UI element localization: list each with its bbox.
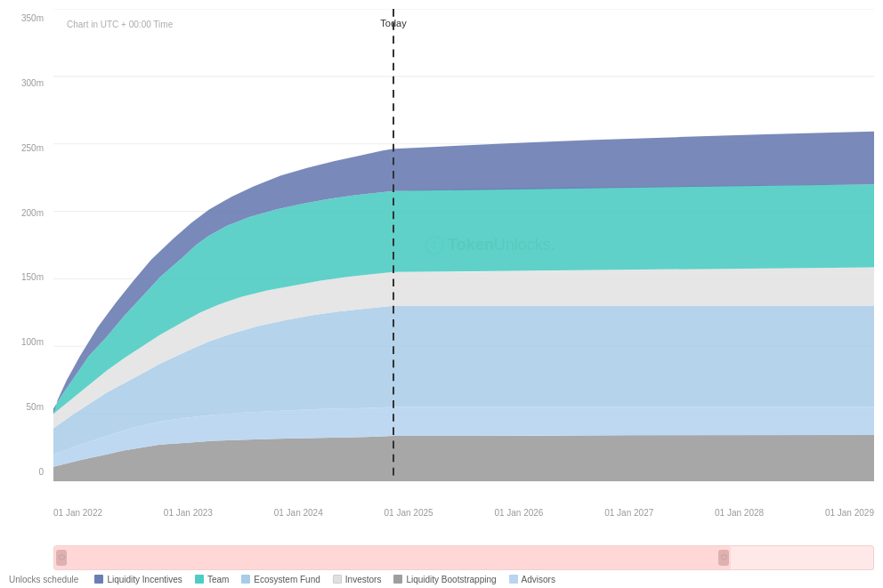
legend-color-team [195, 575, 204, 584]
legend-color-liquidity-incentives [94, 575, 103, 584]
scrollbar-thumb[interactable] [54, 546, 731, 569]
chart-svg [53, 9, 874, 481]
x-label-2028: 01 Jan 2028 [715, 508, 764, 518]
legend-item-ecosystem-fund: Ecosystem Fund [241, 575, 320, 584]
legend: Unlocks schedule Liquidity Incentives Te… [0, 570, 883, 588]
x-label-2024: 01 Jan 2024 [274, 508, 323, 518]
legend-label-ecosystem-fund: Ecosystem Fund [254, 575, 320, 584]
chart-container: 0 50m 100m 150m 200m 250m 300m 350m [0, 0, 883, 588]
legend-item-team: Team [195, 575, 229, 584]
y-label-200: 200m [0, 208, 49, 218]
scrollbar-handle-right[interactable]: ⬡ [718, 550, 729, 566]
legend-title: Unlocks schedule [9, 575, 78, 584]
y-label-350: 350m [0, 13, 49, 23]
legend-label-team: Team [207, 575, 229, 584]
legend-item-investors: Investors [333, 575, 382, 584]
x-label-2025: 01 Jan 2025 [385, 508, 433, 518]
legend-label-liquidity-incentives: Liquidity Incentives [107, 575, 182, 584]
x-label-2026: 01 Jan 2026 [494, 508, 543, 518]
y-label-0: 0 [0, 467, 49, 477]
chart-area: T TokenUnlocks. Today [53, 9, 874, 481]
legend-label-advisors: Advisors [522, 575, 555, 584]
x-label-2023: 01 Jan 2023 [164, 508, 213, 518]
chart-subtitle: Chart in UTC + 00:00 Time [67, 20, 173, 29]
today-label: Today [380, 18, 406, 28]
legend-color-liquidity-bootstrapping [393, 575, 402, 584]
legend-item-advisors: Advisors [509, 575, 555, 584]
x-label-2029: 01 Jan 2029 [825, 508, 874, 518]
y-axis: 0 50m 100m 150m 200m 250m 300m 350m [0, 9, 49, 481]
legend-label-liquidity-bootstrapping: Liquidity Bootstrapping [406, 575, 496, 584]
x-axis: 01 Jan 2022 01 Jan 2023 01 Jan 2024 01 J… [53, 503, 874, 521]
left-handle-icon: ⬡ [59, 554, 65, 561]
y-label-50: 50m [0, 402, 49, 412]
legend-color-advisors [509, 575, 518, 584]
legend-color-investors [333, 575, 342, 584]
scrollbar-handle-left[interactable]: ⬡ [56, 550, 67, 566]
x-label-2027: 01 Jan 2027 [604, 508, 653, 518]
y-label-300: 300m [0, 78, 49, 88]
legend-item-liquidity-incentives: Liquidity Incentives [94, 575, 182, 584]
y-label-100: 100m [0, 337, 49, 347]
y-label-250: 250m [0, 143, 49, 153]
scrollbar[interactable]: ⬡ ⬡ [53, 545, 874, 570]
x-label-2022: 01 Jan 2022 [53, 508, 102, 518]
legend-item-liquidity-bootstrapping: Liquidity Bootstrapping [393, 575, 496, 584]
right-handle-icon: ⬡ [721, 554, 727, 561]
y-label-150: 150m [0, 272, 49, 282]
legend-color-ecosystem-fund [241, 575, 250, 584]
legend-label-investors: Investors [345, 575, 382, 584]
